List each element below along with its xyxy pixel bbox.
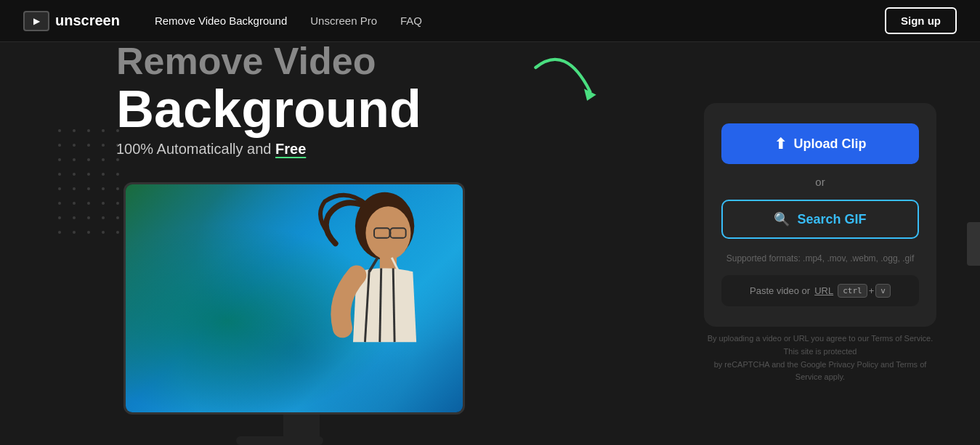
paste-url-area[interactable]: Paste video or URL ctrl + v xyxy=(721,275,919,306)
hero-section: Remove Video Background 100% Automatical… xyxy=(58,42,660,445)
or-separator: or xyxy=(721,176,919,188)
svg-line-8 xyxy=(380,268,381,342)
logo-icon xyxy=(23,11,49,31)
sidebar-tab[interactable] xyxy=(967,222,980,266)
upload-panel: ⬆ Upload Clip or 🔍 Search GIF Supported … xyxy=(704,103,936,327)
footer-line2: by reCAPTCHA and the Google Privacy Poli… xyxy=(704,359,936,384)
footer-legal: By uploading a video or URL you agree to… xyxy=(704,332,936,383)
nav-links: Remove Video Background Unscreen Pro FAQ xyxy=(155,15,885,27)
v-key: v xyxy=(875,284,891,298)
svg-line-9 xyxy=(393,268,394,342)
monitor-stand xyxy=(283,415,320,436)
keyboard-shortcut: ctrl + v xyxy=(838,284,891,298)
hero-free-label: Free xyxy=(275,141,306,157)
action-panel: ⬆ Upload Clip or 🔍 Search GIF Supported … xyxy=(704,103,936,383)
search-gif-button[interactable]: 🔍 Search GIF xyxy=(721,200,919,239)
nav-link-faq[interactable]: FAQ xyxy=(400,15,422,27)
person-silhouette xyxy=(307,187,448,412)
footer-line1: By uploading a video or URL you agree to… xyxy=(704,332,936,358)
ctrl-key: ctrl xyxy=(838,284,867,298)
paste-video-text: Paste video or xyxy=(750,285,810,296)
monitor-frame xyxy=(123,182,465,415)
logo[interactable]: unscreen xyxy=(23,11,120,31)
nav-link-remove-bg[interactable]: Remove Video Background xyxy=(155,15,287,27)
monitor-base xyxy=(236,436,323,445)
search-icon: 🔍 xyxy=(774,211,790,227)
video-background xyxy=(126,184,463,412)
navbar: unscreen Remove Video Background Unscree… xyxy=(0,0,980,42)
upload-clip-label: Upload Clip xyxy=(794,136,867,152)
url-link[interactable]: URL xyxy=(814,285,833,296)
nav-link-pro[interactable]: Unscreen Pro xyxy=(310,15,377,27)
arrow-decoration xyxy=(530,49,602,122)
plus-sign: + xyxy=(869,285,875,296)
upload-icon: ⬆ xyxy=(774,135,787,152)
main-content: Remove Video Background 100% Automatical… xyxy=(0,42,980,445)
search-gif-label: Search GIF xyxy=(797,212,866,227)
supported-formats-text: Supported formats: .mp4, .mov, .webm, .o… xyxy=(721,253,919,264)
svg-point-2 xyxy=(366,206,411,260)
hero-subtitle: 100% Automatically and Free xyxy=(116,141,660,158)
upload-clip-button[interactable]: ⬆ Upload Clip xyxy=(721,123,919,164)
signup-button[interactable]: Sign up xyxy=(885,7,957,34)
logo-text: unscreen xyxy=(55,12,120,29)
monitor-display xyxy=(109,182,465,445)
